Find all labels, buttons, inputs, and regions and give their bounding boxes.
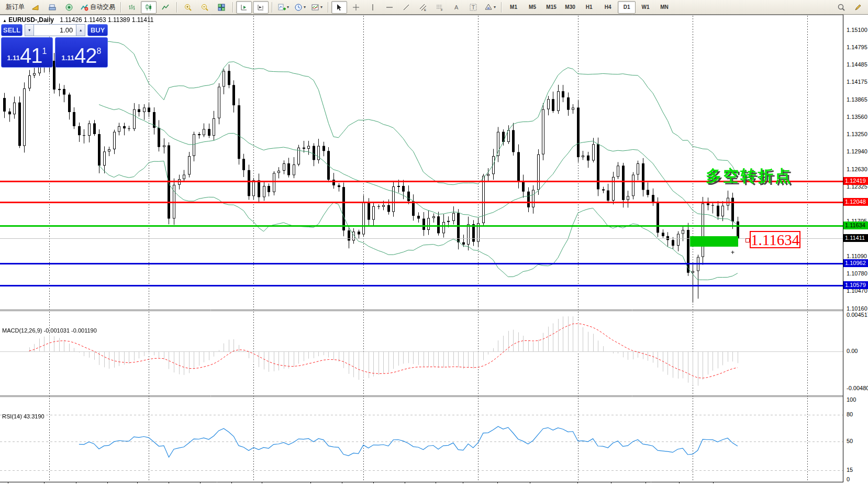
- vertical-line-button[interactable]: [365, 1, 381, 14]
- price-badge: 1.11411: [843, 234, 868, 242]
- crosshair-button[interactable]: [348, 1, 364, 14]
- line-chart-mode-button[interactable]: [158, 1, 173, 14]
- toolbar-separator: [176, 2, 177, 13]
- timeframe-m30[interactable]: M30: [561, 1, 579, 14]
- timeframe-mn[interactable]: MN: [655, 1, 673, 14]
- axis-tick-label: 1.10780: [847, 270, 867, 277]
- timeframe-m5[interactable]: M5: [524, 1, 541, 14]
- templates-button[interactable]: ▾: [309, 1, 325, 14]
- horizontal-line-object[interactable]: [0, 263, 843, 264]
- svg-text:T: T: [472, 5, 475, 10]
- zoom-out-icon: [201, 3, 209, 12]
- template-icon: [311, 3, 319, 12]
- price-callout-box[interactable]: 1.11634: [750, 231, 800, 248]
- shapes-button[interactable]: ▾: [482, 1, 498, 14]
- channel-icon: E: [419, 3, 427, 12]
- timeframe-d1[interactable]: D1: [618, 1, 636, 14]
- svg-text:A: A: [454, 4, 459, 10]
- quick-edit-button[interactable]: [850, 1, 866, 14]
- zoom-in-button[interactable]: [180, 1, 196, 14]
- last-price-marker: +: [731, 249, 735, 256]
- auto-trading-icon: [80, 3, 88, 12]
- symbol-period-label: EURUSD-,Daily: [8, 16, 54, 24]
- zoom-in-icon: [184, 3, 192, 12]
- horizontal-line-button[interactable]: [382, 1, 397, 14]
- line-chart-icon: [161, 3, 170, 12]
- market-watch-icon[interactable]: [28, 1, 43, 14]
- timeframe-h1[interactable]: H1: [580, 1, 598, 14]
- timeframe-w1[interactable]: W1: [637, 1, 654, 14]
- buy-price-main: 42: [74, 45, 97, 66]
- fibonacci-button[interactable]: F: [432, 1, 448, 14]
- bar-chart-icon: [128, 3, 136, 12]
- price-chart-canvas[interactable]: [0, 15, 868, 497]
- buy-price-pip: 8: [97, 38, 102, 65]
- axis-tick-label: 80: [847, 411, 853, 417]
- axis-tick-label: 1.14175: [847, 79, 867, 85]
- timeframe-h4[interactable]: H4: [599, 1, 617, 14]
- triangle-down-icon: ▼: [28, 28, 31, 32]
- axis-tick-label: 1.10160: [847, 305, 867, 312]
- magnifier-icon: [837, 3, 845, 12]
- axis-tick-label: 100: [847, 396, 856, 403]
- tile-windows-button[interactable]: [214, 1, 229, 14]
- axis-tick-label: 1.14795: [847, 44, 867, 50]
- trendline-button[interactable]: [398, 1, 414, 14]
- clock-icon: [294, 3, 303, 12]
- sell-price-panel[interactable]: 1.11411: [1, 37, 53, 68]
- buy-price-panel[interactable]: 1.11428: [55, 37, 108, 68]
- horizontal-line-object[interactable]: [0, 225, 843, 227]
- volume-down-button[interactable]: ▼: [25, 24, 34, 36]
- indicators-button[interactable]: ▾: [275, 1, 291, 14]
- cursor-button[interactable]: [331, 1, 347, 14]
- timeframe-group: M1 M5 M15 M30 H1 H4 D1 W1 MN: [503, 0, 675, 14]
- text-label-icon: T: [469, 3, 477, 12]
- axis-tick-label: 50: [847, 438, 853, 444]
- chart-shift-button[interactable]: [253, 1, 269, 14]
- periods-button[interactable]: ▾: [292, 1, 308, 14]
- price-badge: 1.12419: [843, 177, 868, 185]
- volume-up-button[interactable]: ▲: [76, 24, 85, 36]
- axis-tick-label: 1.14485: [847, 61, 867, 68]
- timeframe-m1[interactable]: M1: [505, 1, 522, 14]
- price-badge: 1.10962: [843, 259, 868, 267]
- auto-trading-button[interactable]: 自动交易: [78, 1, 117, 14]
- trendline-icon: [402, 3, 410, 12]
- annotation-text-object[interactable]: 多空转折点: [706, 165, 792, 187]
- axis-tick-label: 1.15100: [847, 27, 867, 33]
- print-icon[interactable]: [44, 1, 60, 14]
- volume-stepper: ▼ ▲: [25, 24, 85, 36]
- toolbar-separator: [501, 2, 502, 13]
- sell-price-main: 41: [20, 45, 42, 66]
- new-order-button[interactable]: 新订单: [2, 1, 27, 14]
- cursor-arrow-icon: [335, 3, 343, 12]
- equidistant-channel-button[interactable]: E: [415, 1, 431, 14]
- axis-tick-label: 0.00: [847, 348, 858, 354]
- axis-tick-label: -0.004806: [847, 385, 868, 391]
- text-label-button[interactable]: T: [465, 1, 481, 14]
- sell-price-pip: 1: [42, 38, 47, 65]
- auto-scroll-button[interactable]: [236, 1, 252, 14]
- bar-chart-mode-button[interactable]: [124, 1, 140, 14]
- collapse-triangle-icon: ▲: [3, 18, 7, 23]
- volume-input[interactable]: [34, 24, 76, 36]
- macd-readout: MACD(12,26,9) -0.001031 -0.001190: [2, 327, 97, 334]
- highlight-rectangle-object[interactable]: [690, 236, 738, 247]
- buy-button[interactable]: BUY: [87, 24, 108, 36]
- radar-icon: [65, 3, 73, 12]
- zoom-out-button[interactable]: [197, 1, 213, 14]
- horizontal-line-object[interactable]: [0, 285, 843, 286]
- text-button[interactable]: A: [449, 1, 464, 14]
- svg-text:F: F: [441, 8, 443, 12]
- price-badge: 1.10579: [843, 281, 868, 289]
- candle-chart-mode-button[interactable]: [141, 1, 157, 14]
- line-anchor-handle[interactable]: [745, 238, 750, 242]
- sell-button[interactable]: SELL: [1, 24, 23, 36]
- toolbar-separator: [232, 2, 233, 13]
- axis-tick-label: 1.12630: [847, 166, 867, 172]
- news-icon[interactable]: [61, 1, 77, 14]
- mt4-window: 新订单 自动交易: [0, 0, 868, 497]
- timeframe-m15[interactable]: M15: [542, 1, 560, 14]
- horizontal-line-object[interactable]: [0, 202, 843, 203]
- search-button[interactable]: [833, 1, 849, 14]
